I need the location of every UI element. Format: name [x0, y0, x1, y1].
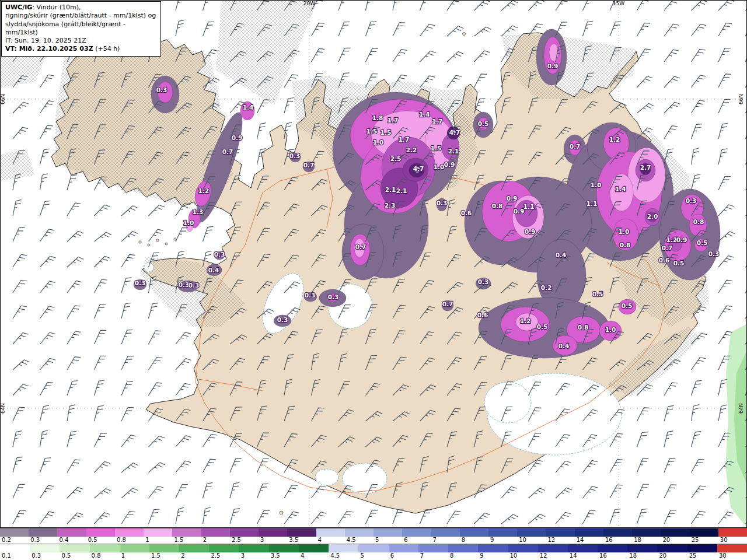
precip-value-label: 1.7 [388, 117, 399, 124]
snow-scale-tick-label: 9 [478, 552, 508, 559]
precip-value-label: 0.5 [673, 260, 685, 267]
rain-scale-tick-label: 14 [575, 537, 603, 544]
precip-value-label: 0.8 [693, 218, 704, 225]
snow-scale-segment [538, 544, 568, 552]
precip-value-label: 0.8 [620, 242, 631, 249]
precip-value-label: 0.4 [556, 251, 567, 258]
snow-scale-segment [120, 544, 149, 552]
snow-scale-tick-label: 4 [299, 552, 329, 559]
rain-scale-tick-label: 0.3 [29, 537, 57, 544]
precip-value-label: 0.3 [189, 282, 200, 289]
snow-scale-tick-label: 3.5 [269, 552, 299, 559]
precip-value-label: 1.2 [666, 236, 678, 243]
precip-value-label: 2.1 [448, 148, 459, 155]
precip-value-label: 2.3 [385, 202, 396, 209]
snow-scale-segment [329, 544, 358, 552]
snow-scale-tick-label: 2.5 [209, 552, 239, 559]
colorbar-snow [0, 544, 747, 552]
snow-scale-tick-label: 5 [358, 552, 388, 559]
rain-scale-segment [115, 528, 144, 537]
valid-time-bold: VT: Mið. 22.10.2025 03Z [5, 45, 93, 52]
precip-value-label: 1.5 [381, 129, 392, 136]
snow-scale-segment [418, 544, 448, 552]
precip-value-label: 1.0 [183, 219, 194, 226]
precip-value-label: 1.0 [434, 163, 445, 170]
precip-value-label: 1.8 [372, 114, 383, 121]
precip-value-label: 0.3 [156, 86, 167, 93]
rain-scale-tick-label: 16 [603, 537, 632, 544]
snow-scale-segment [239, 544, 269, 552]
snow-scale-tick-label: 25 [687, 552, 717, 559]
latitude-label: 64N [738, 403, 744, 414]
precip-value-label: 1.7 [432, 118, 443, 125]
precip-value-label: 1.5 [366, 128, 378, 135]
snow-scale-tick-label: 16 [598, 552, 627, 559]
precip-value-label: 0.6 [477, 312, 488, 318]
title-line-rain: rigning/skúrir (grænt/blátt/rautt - mm/1… [5, 12, 157, 20]
forecast-map-image: 0.31.40.90.71.21.31.00.30.70.90.51.81.71… [0, 0, 747, 528]
rain-scale-tick-label: 20 [661, 537, 689, 544]
rain-scale-segment [172, 528, 201, 537]
rain-scale-tick-label: 3.5 [287, 537, 316, 544]
snow-scale-tick-label: 1 [120, 552, 149, 559]
precip-value-label: 0.4 [558, 342, 570, 349]
valid-time-rest: (+54 h) [93, 45, 120, 52]
precip-value-label: 0.3 [179, 281, 190, 288]
rain-scale-tick-label: 4.5 [345, 537, 374, 544]
colorbar-rain [0, 528, 747, 537]
rain-scale-tick-label: 6 [402, 537, 431, 544]
snow-scale-segment [299, 544, 329, 552]
precip-value-label: 0.7 [442, 300, 453, 307]
snow-scale-tick-label: 0.3 [30, 552, 60, 559]
latitude-label: 66N [0, 94, 6, 104]
precip-value-label: 1.2 [609, 136, 620, 143]
rain-scale-tick-label: 9 [488, 537, 517, 544]
precip-value-label: 0.6 [461, 209, 472, 216]
rain-scale-segment [460, 528, 488, 537]
rain-scale-tick-label: 1.5 [172, 537, 201, 544]
snow-scale-segment [657, 544, 687, 552]
snow-scale-tick-label: 30 [717, 552, 747, 559]
precip-value-label: 1.0 [373, 139, 384, 146]
snow-scale-segment [478, 544, 508, 552]
rain-scale-tick-label: 12 [546, 537, 574, 544]
weather-forecast-page: 0.31.40.90.71.21.31.00.30.70.90.51.81.71… [0, 0, 747, 560]
snow-scale-tick-label: 0.5 [60, 552, 89, 559]
rain-scale-tick-label: 0.2 [0, 537, 29, 544]
precip-value-label: 0.7 [355, 243, 366, 250]
rain-scale-tick-label: 1 [144, 537, 172, 544]
rain-scale-segment [632, 528, 661, 537]
precip-value-label: 0.6 [659, 257, 670, 264]
rain-scale-tick-label: 0.8 [115, 537, 144, 544]
precip-value-label: 0.7 [303, 162, 315, 169]
precip-value-label: 4.7 [413, 165, 424, 172]
rain-scale-tick-label: 3 [259, 537, 287, 544]
title-line-model: UWC/IG: Vindur (10m), [5, 4, 157, 12]
snow-scale-tick-label: 1.5 [149, 552, 179, 559]
rain-scale-segment [144, 528, 172, 537]
snow-scale-tick-label: 4.5 [329, 552, 358, 559]
rain-scale-segment [603, 528, 632, 537]
rain-scale-segment [374, 528, 402, 537]
snow-scale-segment [687, 544, 717, 552]
snow-scale-segment [358, 544, 388, 552]
precip-value-label: 0.3 [135, 279, 146, 286]
precip-value-label: 1.5 [431, 145, 442, 152]
precip-value-label: 2.5 [390, 155, 402, 162]
rain-scale-segment [488, 528, 517, 537]
snow-scale-tick-label: 8 [448, 552, 478, 559]
model-name: UWC/IG [5, 4, 32, 11]
rain-scale-tick-label: 30 [718, 537, 747, 544]
precip-value-label: 2.1 [396, 187, 407, 194]
colorbar-rain-labels: 0.20.30.40.50.811.522.533.544.5567891012… [0, 537, 747, 544]
precip-value-label: 1.2 [198, 187, 210, 194]
precip-value-label: 1.1 [587, 200, 598, 207]
rain-scale-tick-label: 10 [517, 537, 546, 544]
precip-value-label: 1.4 [243, 104, 254, 111]
snow-scale-segment [149, 544, 179, 552]
precip-value-label: 0.3 [686, 197, 697, 204]
precip-value-label: 0.9 [444, 161, 455, 168]
rain-scale-tick-label: 2 [201, 537, 230, 544]
rain-scale-segment [316, 528, 345, 537]
precip-value-label: 0.8 [492, 202, 503, 209]
